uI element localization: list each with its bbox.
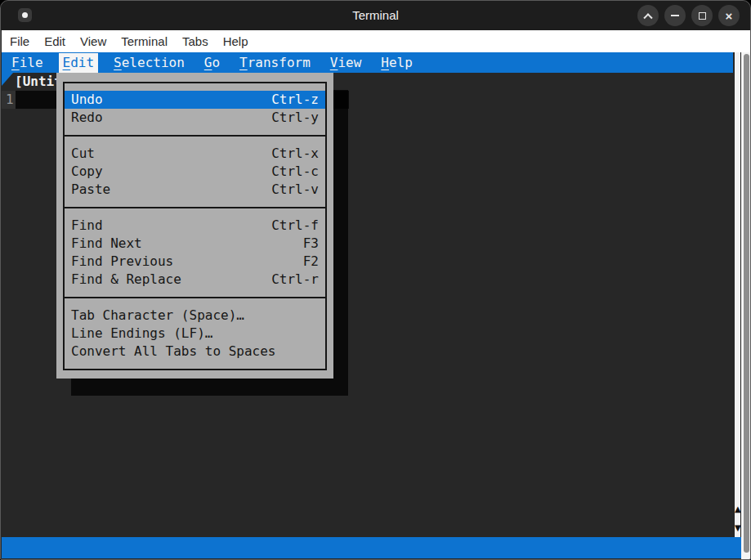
menubar-item-tabs[interactable]: Tabs bbox=[175, 30, 216, 52]
menu-item-find[interactable]: FindCtrl-f bbox=[65, 217, 325, 235]
tui-menu-transform[interactable]: Transform bbox=[235, 53, 315, 73]
menu-item-label: Undo bbox=[71, 91, 103, 109]
menu-item-paste[interactable]: PasteCtrl-v bbox=[65, 181, 325, 199]
menu-item-find-next[interactable]: Find NextF3 bbox=[65, 235, 325, 253]
scroll-down-icon[interactable]: ▼ bbox=[735, 523, 740, 533]
window-controls: × bbox=[637, 5, 740, 26]
scroll-up-icon[interactable]: ▲ bbox=[735, 504, 740, 514]
edit-dropdown-menu-box: UndoCtrl-zRedoCtrl-yCutCtrl-xCopyCtrl-cP… bbox=[63, 82, 327, 370]
menu-item-shortcut: F3 bbox=[303, 235, 319, 253]
maximize-icon bbox=[699, 12, 706, 20]
minimize-icon bbox=[671, 15, 679, 16]
menu-item-label: Copy bbox=[71, 163, 103, 181]
menubar: FileEditViewTerminalTabsHelp bbox=[2, 30, 751, 52]
menu-item-label: Find Next bbox=[71, 235, 142, 253]
menu-separator bbox=[65, 199, 325, 217]
tab-slash-icon bbox=[2, 73, 13, 86]
menu-item-redo[interactable]: RedoCtrl-y bbox=[65, 109, 325, 127]
menu-item-label: Paste bbox=[71, 181, 110, 199]
menu-item-tab-character-space[interactable]: Tab Character (Space)… bbox=[65, 307, 325, 325]
statusbar: Ln 1, Col 1 Tab Size: 4 LF F12: Menu bbox=[2, 537, 741, 558]
menu-item-shortcut: Ctrl-f bbox=[271, 217, 319, 235]
chevron-up-button[interactable] bbox=[637, 5, 659, 26]
close-icon: × bbox=[726, 10, 733, 22]
terminal-window: Terminal × FileEditViewTerminalTabsHelp … bbox=[0, 0, 751, 560]
minimize-button[interactable] bbox=[664, 5, 686, 26]
maximize-button[interactable] bbox=[691, 5, 713, 26]
menu-item-label: Convert All Tabs to Spaces bbox=[71, 343, 275, 361]
menu-item-line-endings-lf[interactable]: Line Endings (LF)… bbox=[65, 325, 325, 343]
menu-item-shortcut: F2 bbox=[303, 253, 319, 271]
menu-item-label: Tab Character (Space)… bbox=[71, 307, 244, 325]
edit-dropdown-menu: UndoCtrl-zRedoCtrl-yCutCtrl-xCopyCtrl-cP… bbox=[56, 73, 333, 379]
titlebar[interactable]: Terminal × bbox=[1, 1, 750, 30]
menu-item-shortcut: Ctrl-v bbox=[271, 181, 319, 199]
menu-item-label: Find Previous bbox=[71, 253, 173, 271]
tui-menu-file[interactable]: File bbox=[7, 53, 47, 73]
tui-menu-view[interactable]: View bbox=[326, 53, 366, 73]
line-number: 1 bbox=[2, 91, 16, 109]
tui-menu-edit[interactable]: Edit bbox=[59, 53, 99, 73]
terminal-content[interactable]: FileEditSelectionGoTransformViewHelp [Un… bbox=[2, 52, 751, 559]
tui-menubar: FileEditSelectionGoTransformViewHelp bbox=[2, 52, 733, 73]
menubar-item-view[interactable]: View bbox=[73, 30, 114, 52]
menu-item-shortcut: Ctrl-y bbox=[271, 109, 319, 127]
menu-item-label: Find bbox=[71, 217, 103, 235]
menu-item-cut[interactable]: CutCtrl-x bbox=[65, 145, 325, 163]
tui-menu-go[interactable]: Go bbox=[200, 53, 224, 73]
menu-item-undo[interactable]: UndoCtrl-z bbox=[65, 91, 325, 109]
menubar-item-help[interactable]: Help bbox=[216, 30, 256, 52]
menu-item-find-replace[interactable]: Find & ReplaceCtrl-r bbox=[65, 271, 325, 289]
tui-menu-help[interactable]: Help bbox=[377, 53, 417, 73]
menu-item-shortcut: Ctrl-z bbox=[271, 91, 319, 109]
menu-separator bbox=[65, 127, 325, 145]
menubar-item-terminal[interactable]: Terminal bbox=[114, 30, 175, 52]
menu-item-copy[interactable]: CopyCtrl-c bbox=[65, 163, 325, 181]
menu-item-shortcut: Ctrl-c bbox=[271, 163, 319, 181]
menu-separator bbox=[65, 289, 325, 307]
tui-menu-selection[interactable]: Selection bbox=[110, 53, 189, 73]
menu-item-shortcut: Ctrl-x bbox=[271, 145, 319, 163]
scrollbar-thumb[interactable] bbox=[744, 54, 749, 553]
menu-item-label: Find & Replace bbox=[71, 271, 181, 289]
scrollbar-track[interactable] bbox=[741, 52, 751, 559]
chevron-up-icon bbox=[643, 13, 652, 22]
menu-item-convert-all-tabs-to-spaces[interactable]: Convert All Tabs to Spaces bbox=[65, 343, 325, 361]
close-button[interactable]: × bbox=[718, 5, 740, 26]
menu-item-find-previous[interactable]: Find PreviousF2 bbox=[65, 253, 325, 271]
menu-item-label: Line Endings (LF)… bbox=[71, 325, 212, 343]
menubar-item-edit[interactable]: Edit bbox=[37, 30, 73, 52]
menu-item-shortcut: Ctrl-r bbox=[271, 271, 319, 289]
menu-item-label: Redo bbox=[71, 109, 103, 127]
menu-item-label: Cut bbox=[71, 145, 95, 163]
menubar-item-file[interactable]: File bbox=[2, 30, 37, 52]
